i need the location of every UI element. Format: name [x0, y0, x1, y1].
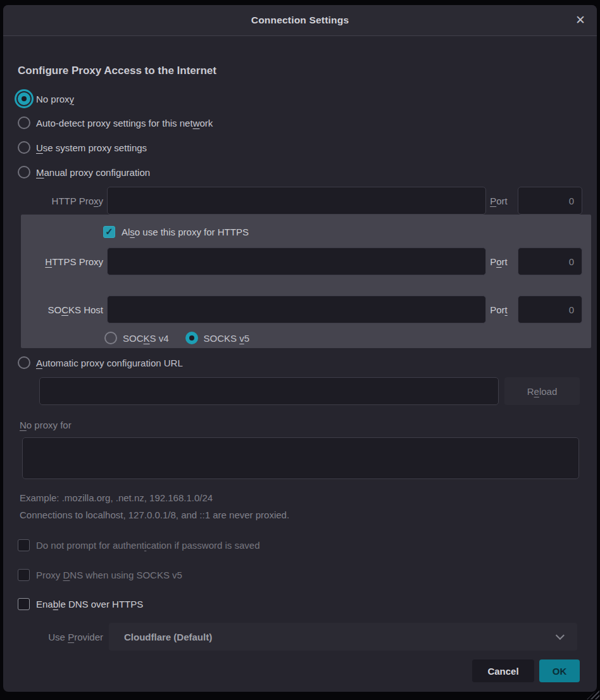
use-provider-label: Use Provider	[18, 632, 103, 642]
enable-doh-row[interactable]: Enable DNS over HTTPS	[18, 596, 143, 611]
radio-auto-detect[interactable]	[18, 116, 30, 129]
radio-row-auto-detect[interactable]: Auto-detect proxy settings for this netw…	[18, 115, 213, 130]
radio-row-manual[interactable]: Manual proxy configuration	[18, 165, 150, 180]
checkbox-proxy-dns-label: Proxy DNS when using SOCKS v5	[36, 570, 182, 580]
checkbox-no-prompt-auth-label: Do not prompt for authentication if pass…	[36, 540, 260, 551]
radio-row-no-proxy[interactable]: No proxy	[18, 91, 74, 106]
socks-version-row: SOCKS v4 SOCKS v5	[104, 330, 249, 346]
doh-provider-row: Use Provider	[18, 623, 107, 651]
page-title: Configure Proxy Access to the Internet	[18, 65, 216, 77]
socks-host-label: SOCKS Host	[18, 304, 103, 315]
dialog-title: Connection Settings	[251, 15, 349, 26]
https-port-label: Port	[490, 256, 514, 267]
connection-settings-dialog: Connection Settings ✕ Configure Proxy Ac…	[3, 5, 597, 692]
http-port-label: Port	[490, 196, 514, 206]
radio-manual-proxy[interactable]	[18, 166, 30, 178]
https-port-input[interactable]	[518, 247, 582, 275]
no-prompt-auth-row[interactable]: Do not prompt for authentication if pass…	[18, 537, 260, 553]
also-https-row[interactable]: ✓ Also use this proxy for HTTPS	[103, 224, 249, 239]
radio-no-proxy-label: No proxy	[36, 94, 74, 104]
socks-port-label: Port	[490, 304, 514, 315]
radio-use-system-label: Use system proxy settings	[36, 142, 147, 153]
localhost-note-text: Connections to localhost, 127.0.0.1/8, a…	[20, 509, 289, 520]
radio-socks-v5-label: SOCKS v5	[204, 333, 250, 344]
checkbox-enable-doh[interactable]	[18, 598, 30, 610]
http-port-input[interactable]	[518, 187, 582, 215]
checkbox-also-https-label: Also use this proxy for HTTPS	[122, 227, 249, 237]
auto-config-url-input[interactable]	[39, 377, 499, 405]
cancel-button[interactable]: Cancel	[472, 659, 534, 682]
socks-host-row: SOCKS Host Port	[18, 296, 582, 323]
radio-manual-proxy-label: Manual proxy configuration	[36, 167, 150, 178]
https-proxy-row: HTTPS Proxy Port	[18, 247, 582, 275]
reload-button[interactable]: Reload	[504, 377, 580, 405]
checkbox-proxy-dns[interactable]	[18, 569, 30, 581]
radio-auto-config-url-label: Automatic proxy configuration URL	[36, 358, 183, 368]
radio-no-proxy[interactable]	[18, 92, 30, 105]
radio-socks-v4[interactable]	[104, 332, 117, 344]
socks-port-input[interactable]	[518, 296, 582, 323]
radio-auto-detect-label: Auto-detect proxy settings for this netw…	[36, 118, 213, 128]
doh-provider-select[interactable]: Cloudflare (Default)	[109, 623, 577, 651]
radio-socks-v5[interactable]	[185, 332, 198, 344]
radio-use-system[interactable]	[18, 141, 30, 154]
ok-button[interactable]: OK	[539, 659, 580, 682]
checkmark-icon: ✓	[105, 226, 113, 237]
no-proxy-for-textarea[interactable]	[22, 437, 579, 479]
checkbox-no-prompt-auth[interactable]	[18, 539, 30, 551]
radio-auto-config-url[interactable]	[18, 356, 30, 369]
https-proxy-input[interactable]	[107, 247, 486, 275]
radio-socks-v4-label: SOCKS v4	[123, 333, 169, 344]
checkbox-enable-doh-label: Enable DNS over HTTPS	[36, 599, 143, 609]
radio-row-auto-config[interactable]: Automatic proxy configuration URL	[18, 355, 183, 370]
dialog-titlebar: Connection Settings ✕	[3, 5, 597, 36]
http-proxy-row: HTTP Proxy Port	[18, 187, 582, 215]
checkbox-also-https[interactable]: ✓	[103, 226, 115, 238]
http-proxy-label: HTTP Proxy	[18, 196, 103, 206]
auto-config-url-row: Reload	[39, 377, 580, 405]
radio-row-use-system[interactable]: Use system proxy settings	[18, 140, 147, 155]
proxy-dns-row[interactable]: Proxy DNS when using SOCKS v5	[18, 567, 182, 582]
no-proxy-example-text: Example: .mozilla.org, .net.nz, 192.168.…	[20, 492, 213, 503]
socks-host-input[interactable]	[107, 296, 486, 323]
no-proxy-for-label: No proxy for	[20, 420, 72, 430]
http-proxy-input[interactable]	[107, 187, 486, 215]
https-proxy-label: HTTPS Proxy	[18, 256, 103, 267]
close-icon[interactable]: ✕	[572, 11, 589, 29]
doh-provider-value: Cloudflare (Default)	[124, 632, 558, 642]
